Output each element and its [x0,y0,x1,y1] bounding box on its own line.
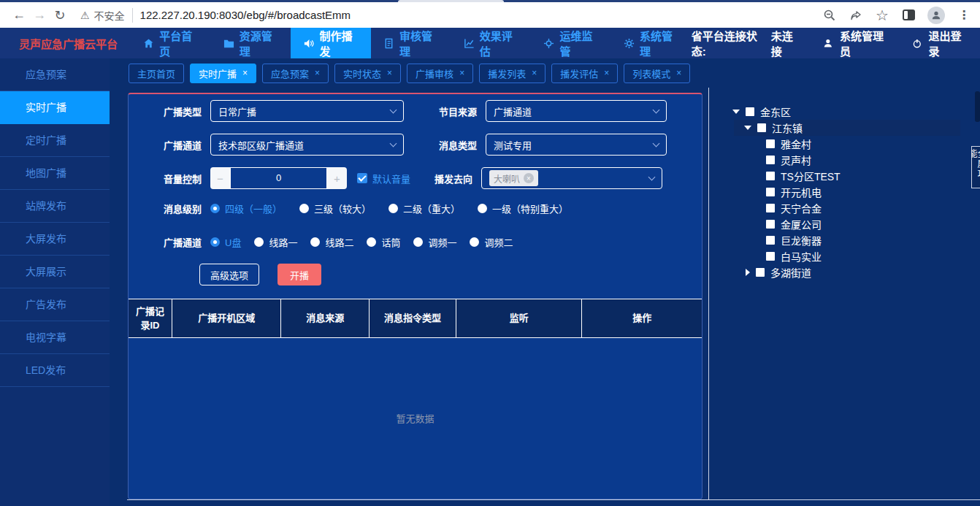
tab-broadcast-list[interactable]: 播发列表× [479,64,545,83]
tree-expand-icon[interactable] [744,126,751,130]
broadcast-type-select[interactable]: 日常广播 [210,100,404,122]
nav-item-audit-mgmt[interactable]: 审核管理 [371,28,451,58]
sidebar-item-emergency-plan[interactable]: 应急预案 [0,58,110,91]
level-option-1[interactable]: 一级（特别重大） [478,202,568,215]
tab-emergency-plan[interactable]: 应急预案× [262,64,329,83]
bookmark-star-icon[interactable]: ☆ [875,8,889,23]
channel-option-line2[interactable]: 线路二 [310,235,353,249]
browser-profile-avatar[interactable] [927,7,945,24]
share-icon[interactable] [849,8,863,23]
tree-node-village[interactable]: 金厦公司 [712,216,980,232]
logout-button[interactable]: 退出登录 [928,28,968,58]
nav-item-resource-mgmt[interactable]: 资源管理 [211,28,291,58]
nav-item-platform-home[interactable]: 平台首页 [131,28,211,58]
tree-checkbox[interactable] [766,139,775,148]
user-icon [823,38,833,49]
current-username[interactable]: 系统管理员 [840,28,889,58]
tree-checkbox[interactable] [757,123,766,132]
close-icon[interactable]: × [242,68,248,78]
tab-realtime-status[interactable]: 实时状态× [334,64,401,83]
close-icon[interactable]: × [532,68,537,78]
edge-panel-handle[interactable]: 全屏功能 [971,146,980,188]
sidebar-item-tv-subtitle[interactable]: 电视字幕 [0,321,110,354]
tree-node-district[interactable]: 金东区 [712,104,980,120]
tree-scrollbar-thumb[interactable] [975,91,980,122]
sidebar-item-stop-sign-publish[interactable]: 站牌发布 [0,190,110,223]
tab-label: 列表模式 [632,66,670,80]
sidebar-item-realtime-broadcast[interactable]: 实时广播 [0,91,110,124]
broadcast-channel-select[interactable]: 技术部区级广播通道 [210,134,404,156]
col-broadcast-record-id: 广播记录ID [129,299,172,337]
tab-main-home[interactable]: 主页首页 [129,64,184,83]
default-volume-checkbox[interactable]: 默认音量 [357,172,410,185]
channel-option-mic[interactable]: 话筒 [367,235,400,249]
zoom-out-icon[interactable] [822,8,837,23]
tree-node-village[interactable]: TS分区TEST [712,168,980,184]
tree-checkbox[interactable] [766,252,775,261]
tree-checkbox[interactable] [766,236,775,245]
tab-realtime-broadcast[interactable]: 实时广播× [190,64,256,83]
close-icon[interactable]: × [676,68,681,78]
tab-list-mode[interactable]: 列表模式× [624,64,690,83]
sidebar-item-bigscreen-display[interactable]: 大屏展示 [0,256,110,288]
channel-option-fm1[interactable]: 调频一 [413,235,456,249]
channel-option-line1[interactable]: 线路一 [254,235,297,249]
level-option-3[interactable]: 三级（较大） [299,202,371,215]
message-type-select[interactable]: 测试专用 [486,134,667,156]
sidebar-item-bigscreen-publish[interactable]: 大屏发布 [0,223,110,256]
tree-expand-icon[interactable] [732,110,740,114]
nav-item-system-mgmt[interactable]: 系统管理 [611,28,692,58]
browser-reload-icon[interactable]: ↻ [50,7,70,23]
close-icon[interactable]: × [459,68,464,78]
channel-option-usb[interactable]: U盘 [210,235,241,249]
tree-checkbox[interactable] [766,220,775,229]
sidebar-item-ad-publish[interactable]: 广告发布 [0,288,110,321]
tree-checkbox[interactable] [756,268,765,277]
sidebar-item-map-broadcast[interactable]: 地图广播 [0,157,110,190]
top-navigation: 灵声应急广播云平台 平台首页 资源管理 制作播发 审核管理 效果评估 运维监管 … [0,28,980,58]
tab-broadcast-audit[interactable]: 广播审核× [407,64,473,83]
sidebar-item-scheduled-broadcast[interactable]: 定时广播 [0,124,110,157]
channel-option-fm2[interactable]: 调频二 [470,235,513,249]
tree-node-village[interactable]: 雅金村 [712,136,980,152]
browser-menu-icon[interactable]: ⋮ [957,8,971,23]
advanced-options-button[interactable]: 高级选项 [199,264,259,285]
tree-collapsed-icon[interactable] [746,269,750,276]
tree-node-village[interactable]: 天宁合金 [712,200,980,216]
volume-increase-button[interactable]: + [327,167,347,189]
tree-node-village[interactable]: 开元机电 [712,184,980,200]
nav-item-ops-monitoring[interactable]: 运维监管 [531,28,611,58]
level-option-2[interactable]: 二级（重大） [388,202,460,215]
tree-checkbox[interactable] [766,204,775,212]
address-bar[interactable]: ⚠ 不安全 122.227.20.190:8030/ebg/#/broadcas… [80,8,814,23]
destination-select[interactable]: 大喇叭 × [481,167,662,189]
tab-broadcast-evaluation[interactable]: 播发评估× [551,64,618,83]
tree-node-village[interactable]: 白马实业 [712,248,980,264]
tree-checkbox[interactable] [766,156,775,164]
level-option-4[interactable]: 四级（一般） [210,202,282,215]
browser-back-icon[interactable]: ← [9,7,29,23]
side-panel-icon[interactable] [901,8,916,23]
nav-item-effect-evaluation[interactable]: 效果评估 [451,28,532,58]
close-icon[interactable]: × [387,68,392,78]
sidebar-item-led-publish[interactable]: LED发布 [0,354,110,387]
tree-node-town-selected[interactable]: 江东镇 [734,120,960,136]
url-text[interactable]: 122.227.20.190:8030/ebg/#/broadcastEmm [133,9,351,21]
volume-decrease-button[interactable]: − [210,167,230,189]
tree-checkbox[interactable] [746,107,754,116]
program-source-select[interactable]: 广播通道 [486,100,667,122]
close-icon[interactable]: × [604,68,609,78]
nav-item-label: 效果评估 [480,28,519,58]
start-broadcast-button[interactable]: 开播 [277,264,321,285]
nav-item-production-broadcast[interactable]: 制作播发 [291,28,371,58]
close-icon[interactable]: × [315,68,320,78]
tree-checkbox[interactable] [766,172,775,180]
browser-forward-icon[interactable]: → [29,7,50,23]
tree-checkbox[interactable] [766,188,775,196]
tree-node-village[interactable]: 灵声村 [712,152,980,168]
tree-node-village[interactable]: 巨龙衡器 [712,232,980,248]
tree-node-street-collapsed[interactable]: 多湖街道 [712,264,980,280]
not-secure-label[interactable]: 不安全 [94,8,133,23]
tag-close-icon[interactable]: × [524,173,534,183]
volume-value-field[interactable]: 0 [230,167,327,189]
